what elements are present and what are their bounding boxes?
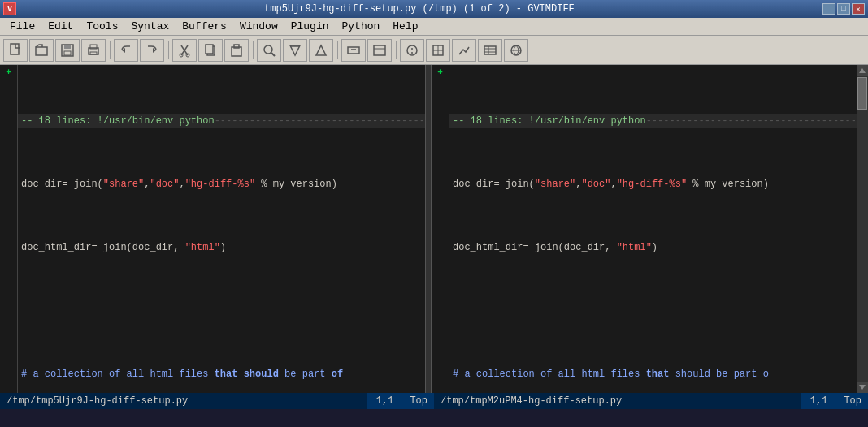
svg-marker-39 [859, 68, 866, 73]
svg-point-29 [411, 52, 413, 54]
left-marker-empty17 [0, 313, 17, 328]
toolbar-btn-extra3[interactable] [400, 39, 424, 62]
r-docdir-6: "hg-diff-%s" [617, 177, 687, 192]
toolbar-btn-extra2[interactable] [367, 39, 392, 62]
scrollbar-track[interactable] [857, 76, 868, 382]
right-header: -- 18 lines: !/usr/bin/env python-------… [449, 114, 857, 128]
left-pos-text: 1,1 [376, 395, 394, 407]
toolbar-undo[interactable] [114, 39, 138, 62]
left-marker-empty16 [0, 299, 17, 313]
left-marker-plus: + [0, 65, 17, 80]
menu-window[interactable]: Window [233, 19, 284, 34]
left-line-comment1: # a collection of all html files that sh… [18, 367, 425, 382]
toolbar [0, 36, 868, 65]
svg-point-18 [264, 45, 272, 54]
svg-rect-17 [234, 45, 239, 48]
left-header-text: -- 18 lines: !/usr/bin/env python-------… [21, 114, 425, 128]
l-comment1-of: of [332, 367, 343, 382]
left-marker-empty2 [0, 94, 17, 109]
toolbar-btn-extra6[interactable] [478, 39, 502, 62]
l-htmldir-1: doc_html_dir= join(doc_dir, [21, 240, 185, 255]
left-top-text: Top [410, 395, 427, 407]
toolbar-btn-extra5[interactable] [452, 39, 476, 62]
menu-help[interactable]: Help [386, 19, 424, 34]
toolbar-btn-extra7[interactable] [504, 39, 528, 62]
scrollbar[interactable] [857, 65, 868, 393]
menu-bar: File Edit Tools Syntax Buffers Window Pl… [0, 18, 868, 36]
right-marker-plus: + [432, 65, 449, 80]
left-pane[interactable]: -- 18 lines: !/usr/bin/env python-------… [18, 65, 425, 393]
toolbar-find[interactable] [257, 39, 281, 62]
left-line-htmldir: doc_html_dir= join(doc_dir, "html") [18, 240, 425, 255]
l-htmldir-2: "html" [185, 240, 220, 255]
l-comment1-b [237, 367, 243, 382]
r-comment1-b: should be part o [669, 367, 768, 382]
toolbar-save[interactable] [55, 39, 80, 62]
close-button[interactable]: ✕ [852, 3, 865, 15]
right-pane-content: -- 18 lines: !/usr/bin/env python-------… [449, 65, 857, 393]
left-marker-empty13 [0, 255, 17, 270]
svg-rect-25 [374, 45, 385, 55]
toolbar-paste[interactable] [224, 39, 249, 62]
svg-rect-15 [206, 45, 213, 54]
left-pane-content: -- 18 lines: !/usr/bin/env python-------… [18, 65, 425, 393]
scrollbar-up[interactable] [857, 65, 868, 76]
l-docdir-5: , [179, 177, 184, 192]
toolbar-copy[interactable] [198, 39, 223, 62]
left-marker-empty3 [0, 109, 17, 123]
scrollbar-down[interactable] [857, 382, 868, 393]
menu-edit[interactable]: Edit [41, 19, 80, 34]
r-docdir-4: "doc" [581, 177, 610, 192]
left-filename: /tmp/tmp5Ujr9J-hg-diff-setup.py [7, 395, 188, 407]
status-right-file: /tmp/tmpM2uPM4-hg-diff-setup.py [434, 393, 801, 409]
svg-rect-7 [90, 52, 97, 54]
menu-python[interactable]: Python [336, 19, 387, 34]
right-line-htmldir: doc_html_dir= join(doc_dir, "html") [449, 240, 857, 255]
toolbar-btn-extra1[interactable] [341, 39, 366, 62]
title-bar-title: tmp5Ujr9J-hg-diff-setup.py (/tmp) (1 of … [16, 3, 822, 15]
right-top-text: Top [844, 395, 861, 407]
left-marker-empty1 [0, 80, 17, 94]
status-left-file: /tmp/tmp5Ujr9J-hg-diff-setup.py [0, 393, 367, 409]
right-line-comment1: # a collection of all html files that sh… [449, 367, 857, 382]
svg-rect-23 [348, 47, 359, 54]
right-line-blank1 [449, 304, 857, 318]
toolbar-cut[interactable] [172, 39, 197, 62]
right-pane[interactable]: -- 18 lines: !/usr/bin/env python-------… [449, 65, 857, 393]
diff-container: + -- 18 lines: !/usr/bin/env python-----… [0, 65, 868, 393]
toolbar-btn-extra4[interactable] [426, 39, 450, 62]
left-line-blank1 [18, 304, 425, 318]
toolbar-prev-diff[interactable] [283, 39, 307, 62]
svg-marker-20 [290, 45, 300, 55]
menu-file[interactable]: File [3, 19, 41, 34]
l-comment1-should: should [244, 367, 279, 382]
svg-marker-40 [859, 385, 866, 390]
menu-tools[interactable]: Tools [80, 19, 124, 34]
title-bar-left: V [3, 2, 16, 15]
diff-divider [425, 65, 432, 393]
l-comment1-c: be part [279, 367, 332, 382]
left-marker-empty9 [0, 196, 17, 211]
scrollbar-thumb[interactable] [857, 77, 867, 110]
l-docdir-4: "doc" [150, 177, 179, 192]
maximize-button[interactable]: □ [837, 3, 850, 15]
toolbar-open[interactable] [29, 39, 54, 62]
r-htmldir-1: doc_html_dir= join(doc_dir, [453, 240, 617, 255]
status-right-pos: 1,1 [801, 395, 838, 407]
menu-syntax[interactable]: Syntax [124, 19, 176, 34]
r-comment1-that: that [646, 367, 670, 382]
left-header: -- 18 lines: !/usr/bin/env python-------… [18, 114, 425, 128]
toolbar-redo[interactable] [140, 39, 164, 62]
minimize-button[interactable]: _ [822, 3, 835, 15]
menu-plugin[interactable]: Plugin [284, 19, 336, 34]
left-marker-empty19 [0, 343, 17, 357]
left-marker-empty15 [0, 284, 17, 299]
toolbar-new[interactable] [3, 39, 28, 62]
toolbar-print[interactable] [81, 39, 106, 62]
r-docdir-5: , [610, 177, 616, 192]
left-marker-empty7 [0, 167, 17, 182]
menu-buffers[interactable]: Buffers [176, 19, 233, 34]
l-docdir-6: "hg-diff-%s" [185, 177, 255, 192]
left-marker-empty14 [0, 270, 17, 284]
toolbar-next-diff[interactable] [309, 39, 333, 62]
